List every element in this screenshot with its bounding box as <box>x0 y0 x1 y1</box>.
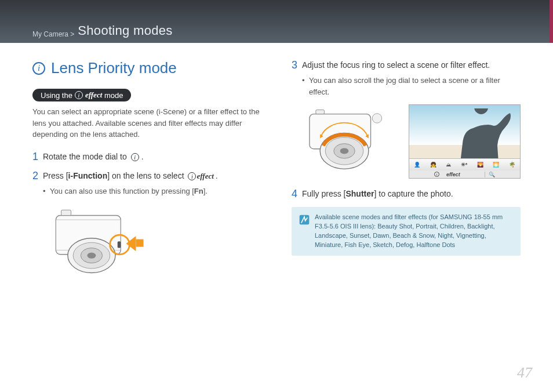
svg-point-12 <box>372 114 381 123</box>
mode-icon: 🌄 <box>477 162 483 168</box>
i-function-label: i-Function <box>68 171 108 180</box>
magnify-icon: 🔍 <box>485 172 495 177</box>
mode-icon: 🌅 <box>493 162 499 168</box>
svg-rect-8 <box>118 242 121 248</box>
step-4-post: ] to capture the photo. <box>374 189 453 198</box>
info-icon: i <box>434 172 439 177</box>
step-1: 1 Rotate the mode dial to i. <box>32 151 261 163</box>
svg-point-6 <box>87 253 96 259</box>
pill-prefix: Using the <box>41 91 72 100</box>
step-2-pre: Press [ <box>43 171 68 180</box>
shutter-label: Shutter <box>345 189 374 198</box>
camera-illustration-focus-ring <box>303 104 398 179</box>
camera-illustration-ifunction <box>44 204 154 285</box>
page-content: i Lens Priority mode Using the i effect … <box>0 43 553 392</box>
step-4-pre: Fully press [ <box>302 189 345 198</box>
step-3: 3 Adjust the focus ring to select a scen… <box>292 59 521 97</box>
breadcrumb-parent: My Camera > <box>32 30 74 38</box>
mode-strip-label: effect <box>446 172 460 177</box>
mode-icon: ⛰ <box>446 162 451 168</box>
info-icon: i <box>75 91 83 99</box>
header-bar: My Camera > Shooting modes <box>0 0 553 43</box>
pill-effect-word: effect <box>85 90 102 100</box>
mode-icon: 👧 <box>430 162 436 168</box>
step-number: 2 <box>32 170 43 197</box>
page-title: i Lens Priority mode <box>32 59 261 77</box>
step-3-bullet: You can also scroll the jog dial to sele… <box>302 75 521 97</box>
subsection-pill: Using the i effect mode <box>32 89 131 101</box>
scene-preview-panel: Backlight 👤 👧 ⛰ ☀* 🌄 🌅 🌴 i effect <box>409 104 521 179</box>
info-icon: i <box>32 62 45 75</box>
info-icon: i <box>131 153 139 161</box>
mode-icon: ☀* <box>461 162 468 168</box>
intro-text: You can select an appropriate scene (i-S… <box>32 106 261 140</box>
page-number: 47 <box>517 364 532 382</box>
step-2-post: . <box>216 171 218 180</box>
page-title-text: Lens Priority mode <box>51 59 177 77</box>
step-4: 4 Fully press [Shutter] to capture the p… <box>292 188 521 200</box>
svg-rect-9 <box>136 239 143 247</box>
mode-icon: 👤 <box>414 162 420 168</box>
step-2-bullet: You can also use this function by pressi… <box>43 186 261 197</box>
step-1-post: . <box>141 152 144 161</box>
step-number: 3 <box>292 59 302 97</box>
mode-icon: 🌴 <box>509 162 515 168</box>
breadcrumb-title: Shooting modes <box>78 23 172 38</box>
svg-point-16 <box>340 148 349 154</box>
header-accent <box>550 0 553 43</box>
pill-suffix: mode <box>104 91 123 100</box>
step-number: 4 <box>292 188 302 200</box>
svg-rect-2 <box>61 210 71 215</box>
fn-label: Fn <box>194 187 203 195</box>
step-3-text: Adjust the focus ring to select a scene … <box>302 60 490 70</box>
info-icon: i <box>188 172 196 180</box>
note-icon <box>299 213 315 250</box>
ieffect-label: effect <box>197 170 213 182</box>
step-1-pre: Rotate the mode dial to <box>43 152 129 161</box>
silhouette-illustration <box>450 108 514 164</box>
step-2: 2 Press [i-Function] on the lens to sele… <box>32 170 261 197</box>
note-box: Available scene modes and filter effects… <box>292 207 521 256</box>
step-2-mid: ] on the lens to select <box>107 171 186 180</box>
mode-strip: 👤 👧 ⛰ ☀* 🌄 🌅 🌴 i effect 🔍 <box>409 158 520 178</box>
step-number: 1 <box>32 151 43 163</box>
svg-rect-11 <box>316 110 325 114</box>
note-text: Available scene modes and filter effects… <box>315 213 514 250</box>
